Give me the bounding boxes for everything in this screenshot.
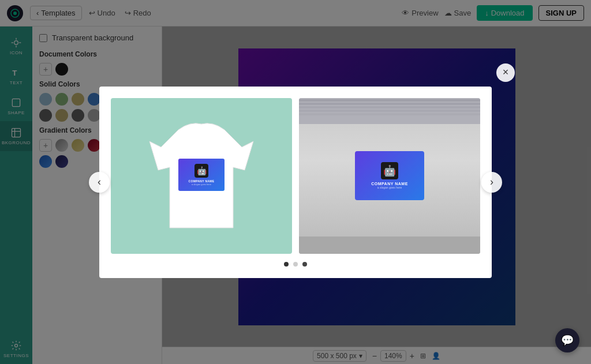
ceiling-stripe-2	[299, 103, 480, 105]
ceiling-stripe-5	[299, 113, 480, 115]
preview-modal: × 🤖	[99, 87, 492, 278]
modal-images-container: 🤖 COMPANY NAME a slogan goes here	[111, 98, 480, 254]
ceiling	[299, 98, 480, 124]
tshirt-background: 🤖 COMPANY NAME a slogan goes here	[111, 98, 292, 254]
carousel-dot-2[interactable]	[302, 262, 307, 267]
chat-bubble-button[interactable]: 💬	[555, 328, 579, 352]
ceiling-stripe-1	[299, 99, 480, 102]
office-logo: 🤖 COMPANY NAME a slogan goes here	[355, 151, 424, 200]
carousel-dots	[111, 262, 480, 267]
tagline-tshirt: a slogan goes here	[192, 183, 211, 186]
office-preview[interactable]: 🤖 COMPANY NAME a slogan goes here	[299, 98, 480, 254]
robot-head: 🤖	[194, 164, 208, 178]
company-name-office: COMPANY NAME	[371, 182, 408, 186]
floor	[299, 237, 480, 254]
tshirt-container: 🤖 COMPANY NAME a slogan goes here	[144, 112, 259, 239]
carousel-dot-0[interactable]	[284, 262, 289, 267]
carousel-next-button[interactable]: ›	[481, 172, 502, 193]
ceiling-stripe-4	[299, 110, 480, 112]
modal-overlay[interactable]: × 🤖	[0, 0, 591, 364]
office-wall: 🤖 COMPANY NAME a slogan goes here	[299, 98, 480, 254]
office-scene: 🤖 COMPANY NAME a slogan goes here	[299, 98, 480, 254]
office-robot: 🤖	[381, 162, 398, 179]
modal-close-button[interactable]: ×	[496, 63, 515, 82]
tshirt-preview[interactable]: 🤖 COMPANY NAME a slogan goes here	[111, 98, 292, 254]
carousel-prev-button[interactable]: ‹	[89, 172, 110, 193]
carousel-dot-1[interactable]	[293, 262, 298, 267]
tagline-office: a slogan goes here	[377, 186, 402, 189]
tshirt-logo: 🤖 COMPANY NAME a slogan goes here	[178, 159, 225, 191]
ceiling-stripe-3	[299, 106, 480, 108]
chat-icon: 💬	[561, 334, 574, 347]
